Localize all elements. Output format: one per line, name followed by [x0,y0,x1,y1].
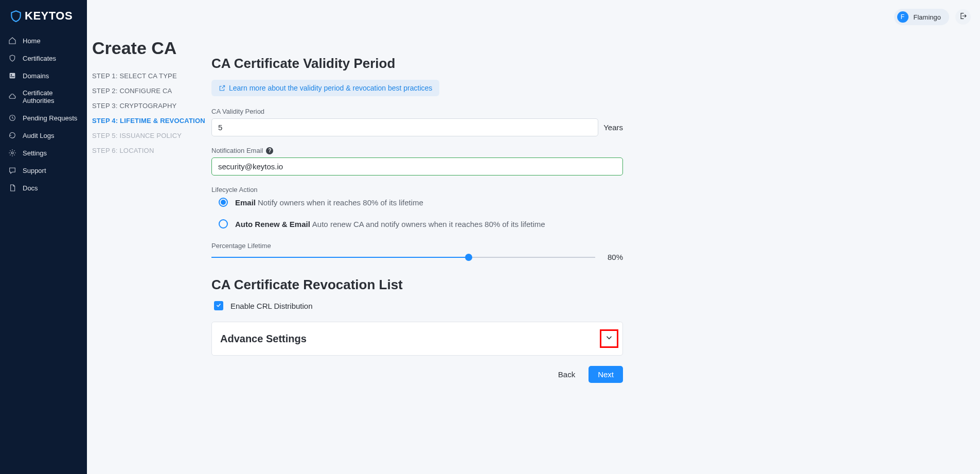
steps-column: Create CA STEP 1: SELECT CA TYPE STEP 2:… [92,34,211,383]
file-icon [8,184,16,192]
topbar: F Flamingo [87,0,980,34]
notification-email-label: Notification Email ? [211,147,623,154]
badge-icon [8,72,16,80]
crl-section-title: CA Certificate Revocation List [211,277,623,293]
step-6: STEP 6: LOCATION [92,143,211,158]
external-link-icon [219,84,226,92]
slider-thumb-icon[interactable] [465,254,472,261]
accordion-toggle-highlight[interactable] [600,329,618,348]
percentage-value: 80% [602,253,623,261]
help-icon[interactable]: ? [266,147,273,154]
step-1[interactable]: STEP 1: SELECT CA TYPE [92,68,211,83]
validity-period-label: CA Validity Period [211,108,623,115]
content: Create CA STEP 1: SELECT CA TYPE STEP 2:… [87,34,980,383]
shield-icon [9,9,23,23]
nav-certificates[interactable]: Certificates [0,49,87,67]
check-icon [216,301,222,310]
radio-auto-renew[interactable]: Auto Renew & Email Auto renew CA and not… [219,219,623,229]
nav-pending[interactable]: Pending Requests [0,109,87,127]
nav-settings[interactable]: Settings [0,144,87,162]
form-column: CA Certificate Validity Period Learn mor… [211,34,623,383]
main: F Flamingo Create CA STEP 1: SELECT CA T… [87,0,980,474]
step-4[interactable]: STEP 4: LIFETIME & REVOCATION [92,113,211,128]
advance-settings-accordion[interactable]: Advance Settings [211,322,623,356]
home-icon [8,37,16,45]
crl-checkbox-label: Enable CRL Distribution [230,302,313,310]
step-2[interactable]: STEP 2: CONFIGURE CA [92,83,211,98]
accordion-title: Advance Settings [220,333,307,345]
back-button[interactable]: Back [553,366,580,383]
validity-unit: Years [603,123,623,132]
nav-list: Home Certificates Domains Certificate Au… [0,32,87,197]
svg-point-4 [11,152,13,154]
learn-more-link[interactable]: Learn more about the validity period & r… [211,80,439,96]
step-5: STEP 5: ISSUANCE POLICY [92,128,211,143]
brand-name: KEYTOS [25,9,73,23]
notification-email-input[interactable] [211,157,623,175]
nav-docs[interactable]: Docs [0,179,87,197]
svg-point-1 [11,74,12,76]
wizard-steps: STEP 1: SELECT CA TYPE STEP 2: CONFIGURE… [92,68,211,158]
gear-icon [8,149,16,157]
validity-period-input[interactable] [211,118,598,136]
nav-audit[interactable]: Audit Logs [0,127,87,144]
nav-home[interactable]: Home [0,32,87,49]
lifecycle-label: Lifecycle Action [211,186,623,194]
radio-button-icon [219,198,228,207]
user-chip[interactable]: F Flamingo [894,9,949,25]
nav-support[interactable]: Support [0,162,87,179]
chat-icon [8,166,16,174]
history-icon [8,131,16,139]
radio-email[interactable]: Email Notify owners when it reaches 80% … [219,198,623,207]
percentage-label: Percentage Lifetime [211,242,623,250]
page-title: Create CA [92,38,211,58]
chevron-down-icon [604,333,614,344]
step-3[interactable]: STEP 3: CRYPTOGRAPHY [92,98,211,113]
shield-check-icon [8,54,16,62]
svg-rect-0 [10,73,15,79]
validity-section-title: CA Certificate Validity Period [211,56,623,72]
cloud-icon [8,93,16,101]
avatar: F [897,11,908,23]
next-button[interactable]: Next [589,366,623,383]
user-name: Flamingo [914,13,941,21]
crl-checkbox[interactable] [214,301,223,310]
sidebar: KEYTOS Home Certificates Domains Certifi… [0,0,87,474]
radio-button-icon [219,219,228,229]
nav-cas[interactable]: Certificate Authorities [0,84,87,109]
percentage-slider[interactable] [211,257,595,258]
logout-button[interactable] [955,9,971,25]
logout-icon [959,12,967,22]
svg-rect-2 [10,76,14,77]
wizard-footer: Back Next [211,366,623,383]
clock-icon [8,114,16,122]
brand-logo: KEYTOS [0,6,87,32]
nav-domains[interactable]: Domains [0,67,87,84]
